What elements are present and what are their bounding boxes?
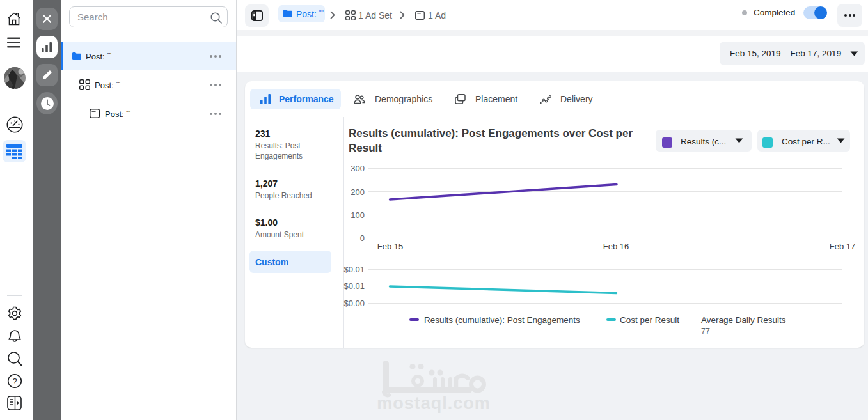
svg-text:?: ? xyxy=(12,377,17,386)
